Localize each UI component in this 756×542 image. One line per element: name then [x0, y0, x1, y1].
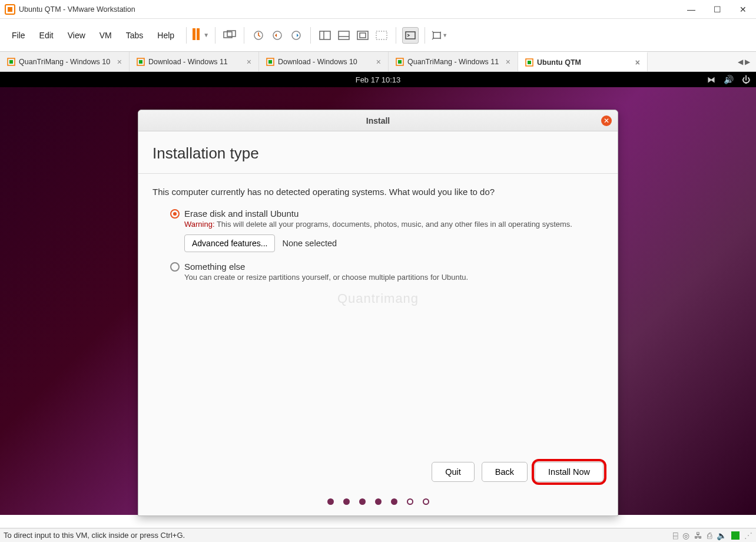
tab-scroll-arrows[interactable]: ◀ ▶ — [732, 52, 756, 71]
layout-unity-icon[interactable] — [373, 27, 390, 44]
svg-rect-11 — [357, 31, 368, 39]
sound-icon[interactable]: 🔈 — [717, 531, 727, 540]
vm-tab-label: Download - Windows 11 — [148, 58, 228, 66]
vm-icon — [7, 58, 15, 66]
tab-close-icon[interactable]: × — [376, 57, 381, 67]
prompt-text: This computer currently has no detected … — [152, 187, 604, 197]
menu-view[interactable]: View — [62, 28, 91, 42]
vm-tab[interactable]: Download - Windows 10 × — [259, 52, 389, 71]
svg-rect-14 — [406, 32, 415, 39]
snapshot-revert-icon[interactable] — [269, 27, 286, 44]
svg-rect-15 — [433, 32, 440, 38]
svg-rect-21 — [268, 60, 272, 64]
maximize-button[interactable]: ☐ — [711, 5, 723, 14]
option-label[interactable]: Something else — [184, 262, 245, 272]
network-adapter-icon[interactable]: 🖧 — [694, 531, 702, 540]
close-button[interactable]: ✕ — [737, 5, 749, 14]
dot-filled — [327, 498, 334, 505]
dialog-header: Install ✕ — [138, 110, 618, 131]
erase-warning: Warning: This will delete all your progr… — [184, 220, 604, 229]
window-titlebar: Ubuntu QTM - VMware Workstation — ☐ ✕ — [0, 0, 756, 19]
vm-power-indicator[interactable] — [731, 531, 740, 540]
guest-display[interactable]: Feb 17 10:13 ⧓ 🔊 ⏻ Quantrimang Install ✕… — [0, 72, 756, 515]
radio-something-else[interactable] — [170, 262, 180, 272]
svg-point-6 — [292, 31, 300, 39]
stretch-guest-icon[interactable]: ▼ — [431, 27, 447, 44]
layout-fullscreen-icon[interactable] — [354, 27, 371, 44]
dialog-close-button[interactable]: ✕ — [601, 115, 612, 126]
option-erase-disk: Erase disk and install Ubuntu Warning: T… — [170, 209, 604, 252]
svg-rect-7 — [320, 31, 330, 39]
vm-tab[interactable]: QuanTriMang - Windows 10 × — [0, 52, 130, 71]
power-icon[interactable]: ⏻ — [742, 75, 750, 84]
snapshot-manager-icon[interactable] — [288, 27, 304, 44]
dialog-title: Install — [366, 116, 390, 125]
menu-vm[interactable]: VM — [94, 28, 118, 42]
svg-rect-12 — [360, 33, 366, 38]
cd-icon[interactable]: ◎ — [682, 531, 689, 540]
install-now-button[interactable]: Install Now — [535, 462, 604, 482]
statusbar: To direct input to this VM, click inside… — [0, 528, 756, 542]
back-button[interactable]: Back — [482, 462, 528, 482]
layout-thumbnail-icon[interactable] — [336, 27, 352, 44]
dialog-footer: Quit Back Install Now — [138, 455, 618, 515]
layout-single-icon[interactable] — [317, 27, 333, 44]
svg-rect-1 — [8, 7, 12, 12]
volume-icon[interactable]: 🔊 — [724, 75, 734, 84]
tab-close-icon[interactable]: × — [506, 57, 510, 67]
network-icon[interactable]: ⧓ — [707, 75, 715, 84]
suspend-button[interactable]: ▼ — [193, 28, 209, 42]
clock: Feb 17 10:13 — [356, 75, 401, 84]
resize-grip-icon[interactable]: ⋰ — [744, 531, 752, 540]
vm-icon — [266, 58, 274, 66]
menu-edit[interactable]: Edit — [34, 28, 59, 42]
dialog-body: Installation type This computer currentl… — [138, 131, 618, 455]
printer-icon[interactable]: ⎙ — [707, 531, 712, 540]
advanced-features-button[interactable]: Advanced features... — [184, 234, 275, 252]
radio-erase-disk[interactable] — [170, 209, 180, 219]
disk-icon[interactable]: ⌸ — [673, 531, 678, 540]
dot-filled — [375, 498, 382, 505]
option-label[interactable]: Erase disk and install Ubuntu — [184, 209, 299, 219]
vm-tab-bar: QuanTriMang - Windows 10 × Download - Wi… — [0, 52, 756, 72]
svg-rect-25 — [528, 61, 531, 64]
dot-empty — [407, 498, 413, 505]
minimize-button[interactable]: — — [685, 5, 697, 14]
dot-filled — [359, 498, 366, 505]
vm-tab-label: QuanTriMang - Windows 10 — [19, 58, 110, 66]
tab-close-icon[interactable]: × — [247, 57, 251, 67]
send-ctrl-alt-del-icon[interactable] — [221, 27, 238, 44]
svg-rect-13 — [376, 31, 387, 39]
svg-point-5 — [273, 31, 281, 39]
svg-rect-23 — [398, 60, 402, 64]
ubuntu-top-bar: Feb 17 10:13 ⧓ 🔊 ⏻ — [0, 72, 756, 87]
vmware-app-icon — [5, 4, 15, 15]
tab-close-icon[interactable]: × — [117, 57, 122, 67]
menu-file[interactable]: File — [6, 28, 31, 42]
svg-rect-19 — [139, 60, 142, 64]
vm-tab-active[interactable]: Ubuntu QTM × — [518, 52, 648, 71]
vm-tab-label: QuanTriMang - Windows 11 — [407, 58, 499, 66]
vm-tab[interactable]: Download - Windows 11 × — [130, 52, 259, 71]
menu-help[interactable]: Help — [151, 28, 180, 42]
dot-filled — [391, 498, 397, 505]
advanced-status: None selected — [282, 239, 337, 248]
menubar: File Edit View VM Tabs Help ▼ ▼ — [0, 19, 756, 52]
installer-dialog: Install ✕ Installation type This compute… — [138, 110, 618, 516]
vm-tab[interactable]: QuanTriMang - Windows 11 × — [389, 52, 518, 71]
vm-icon — [525, 58, 533, 67]
window-title: Ubuntu QTM - VMware Workstation — [19, 5, 685, 14]
menu-tabs[interactable]: Tabs — [120, 28, 150, 42]
console-view-icon[interactable] — [402, 27, 419, 44]
status-tray: ⌸ ◎ 🖧 ⎙ 🔈 ⋰ — [673, 531, 752, 540]
svg-rect-9 — [339, 31, 349, 39]
tab-close-icon[interactable]: × — [635, 58, 640, 67]
progress-dots — [327, 498, 429, 505]
vm-icon — [396, 58, 404, 66]
vm-tab-label: Download - Windows 10 — [278, 58, 357, 66]
dot-empty — [423, 498, 429, 505]
svg-rect-17 — [9, 60, 13, 64]
snapshot-take-icon[interactable] — [250, 27, 267, 44]
page-heading: Installation type — [152, 144, 604, 163]
quit-button[interactable]: Quit — [432, 462, 475, 482]
